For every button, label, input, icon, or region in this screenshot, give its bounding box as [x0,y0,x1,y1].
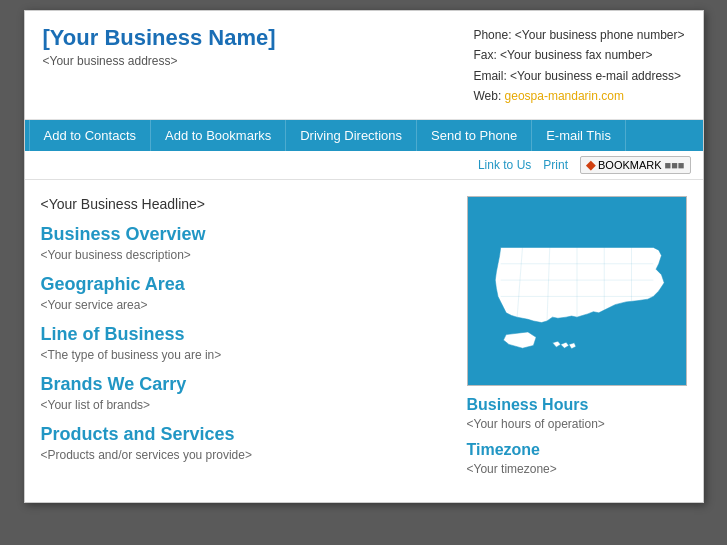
section-title-0: Business Overview [41,224,451,245]
nav-driving-directions[interactable]: Driving Directions [286,120,417,151]
header-right: Phone: <Your business phone number> Fax:… [473,25,684,107]
web-line: Web: geospa-mandarin.com [473,86,684,106]
business-headline: <Your Business Headline> [41,196,451,212]
bookmark-icons: ■■■ [665,159,685,171]
main-content: <Your Business Headline> Business Overvi… [25,180,703,502]
section-desc-3: <Your list of brands> [41,398,451,412]
header-left: [Your Business Name] <Your business addr… [43,25,276,107]
nav-send-to-phone[interactable]: Send to Phone [417,120,532,151]
section-desc-4: <Products and/or services you provide> [41,448,451,462]
nav-add-contacts[interactable]: Add to Contacts [29,120,152,151]
right-section-desc-1: <Your timezone> [467,462,687,476]
phone-line: Phone: <Your business phone number> [473,25,684,45]
nav-add-bookmarks[interactable]: Add to Bookmarks [151,120,286,151]
us-map [467,196,687,386]
section-desc-0: <Your business description> [41,248,451,262]
fax-line: Fax: <Your business fax number> [473,45,684,65]
right-column: Business Hours <Your hours of operation>… [467,196,687,486]
section-title-4: Products and Services [41,424,451,445]
navbar: Add to Contacts Add to Bookmarks Driving… [25,120,703,151]
left-column: <Your Business Headline> Business Overvi… [41,196,451,486]
business-address: <Your business address> [43,54,276,68]
toolbar: Link to Us Print ◆ BOOKMARK ■■■ [25,151,703,180]
header: [Your Business Name] <Your business addr… [25,11,703,120]
section-desc-1: <Your service area> [41,298,451,312]
bookmark-button[interactable]: ◆ BOOKMARK ■■■ [580,156,691,174]
bookmark-icon: ◆ [586,158,595,172]
page-container: [Your Business Name] <Your business addr… [24,10,704,503]
right-section-title-0: Business Hours [467,396,687,414]
web-label: Web: [473,89,504,103]
map-svg [468,197,686,385]
print-button[interactable]: Print [543,158,568,172]
web-link[interactable]: geospa-mandarin.com [505,89,624,103]
section-desc-2: <The type of business you are in> [41,348,451,362]
bookmark-label: BOOKMARK [598,159,662,171]
business-name: [Your Business Name] [43,25,276,51]
section-title-1: Geographic Area [41,274,451,295]
email-line: Email: <Your business e-mail address> [473,66,684,86]
nav-email-this[interactable]: E-mail This [532,120,626,151]
section-title-3: Brands We Carry [41,374,451,395]
right-section-title-1: Timezone [467,441,687,459]
link-to-us-button[interactable]: Link to Us [478,158,531,172]
right-section-desc-0: <Your hours of operation> [467,417,687,431]
section-title-2: Line of Business [41,324,451,345]
